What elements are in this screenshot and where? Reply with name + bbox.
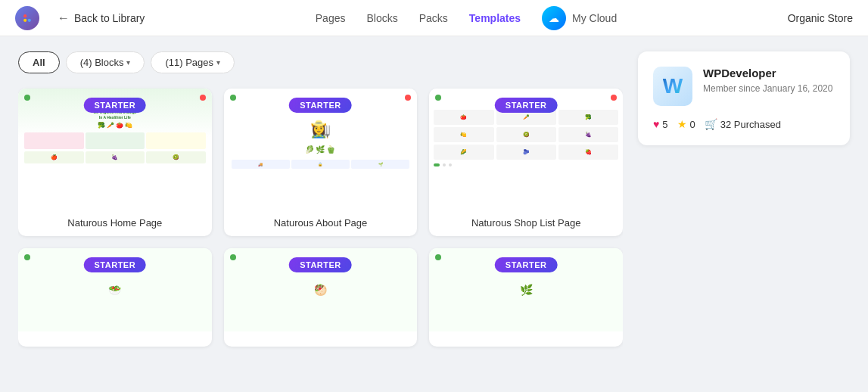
stat-stars: ★ 0 (677, 118, 695, 130)
starter-badge-1: STARTER (84, 98, 147, 113)
veggie-icon-1: 🥬 (305, 145, 314, 154)
card-image-1: STARTER Go Organic And IndulgeIn A Healt… (18, 89, 212, 210)
preview-bottom-row: 🍎 🍇 🥝 (24, 151, 206, 163)
template-card-4[interactable]: STARTER 🥗 (18, 248, 212, 347)
strip-pink (24, 132, 84, 149)
sidebar-author-card: W WPDeveloper Member since January 16, 2… (638, 51, 850, 145)
author-name: WPDeveloper (703, 67, 832, 79)
main-nav: Pages Blocks Packs Templates ☁ My Cloud (163, 6, 769, 30)
veggie-icon-2: 🌿 (316, 145, 325, 154)
page-dot-active (434, 163, 440, 166)
shop-item-8: 🫐 (496, 145, 556, 160)
template-card-6[interactable]: STARTER 🌿 (429, 248, 623, 347)
about-icon-box-3: 🌱 (351, 160, 409, 169)
page-dot-1 (443, 163, 446, 166)
author-since: Member since January 16, 2020 (703, 82, 832, 95)
filter-all-label: All (33, 57, 45, 68)
preview-icon-5: 🥙 (314, 284, 327, 296)
card-image-2: STARTER How We Rec... 👩‍🌾 🥬 🌿 🫑 🚚 (224, 89, 418, 210)
filter-pages-label: (11) Pages (165, 57, 213, 68)
shop-item-4: 🍋 (434, 127, 493, 142)
preview-item-2: 🍇 (86, 151, 145, 163)
cloud-icon: ☁ (542, 6, 566, 30)
card-dot-red-3 (611, 95, 617, 101)
starter-badge-2: STARTER (289, 98, 352, 113)
shop-row-3: 🌽 🫐 🍓 (434, 145, 618, 160)
starter-badge-5: STARTER (289, 257, 352, 272)
blocks-chevron-icon: ▾ (126, 58, 130, 67)
nav-pages[interactable]: Pages (316, 12, 346, 24)
starter-badge-3: STARTER (495, 98, 558, 113)
nav-templates[interactable]: Templates (469, 12, 521, 24)
shop-item-3: 🥦 (558, 110, 618, 125)
author-logo: W (653, 67, 692, 106)
about-icon-box-1: 🚚 (232, 160, 290, 169)
fruit-icon-4: 🍋 (125, 122, 132, 129)
filter-pages[interactable]: (11) Pages ▾ (151, 51, 235, 73)
back-to-library-link[interactable]: ← Back to Library (58, 11, 145, 25)
app-logo (15, 6, 39, 30)
template-grid: STARTER Go Organic And IndulgeIn A Healt… (18, 89, 623, 347)
nav-packs[interactable]: Packs (419, 12, 448, 24)
logo-dot-yellow (23, 18, 26, 21)
about-icons: 🥬 🌿 🫑 (305, 145, 335, 154)
my-cloud-label: My Cloud (572, 12, 617, 24)
starter-badge-6: STARTER (495, 257, 558, 272)
preview-icon-4: 🥗 (108, 284, 121, 296)
card-title-2: Naturous About Page (224, 210, 418, 236)
starter-badge-4: STARTER (84, 257, 147, 272)
header: ← Back to Library Pages Blocks Packs Tem… (0, 0, 868, 36)
nav-blocks[interactable]: Blocks (366, 12, 397, 24)
template-card-1[interactable]: STARTER Go Organic And IndulgeIn A Healt… (18, 89, 212, 236)
filter-all[interactable]: All (18, 51, 60, 73)
card-image-6: STARTER 🌿 (429, 248, 623, 331)
fruit-icon-2: 🥕 (107, 122, 114, 129)
about-preview-image: 👩‍🌾 (310, 120, 331, 139)
back-to-library-label: Back to Library (74, 12, 145, 24)
shop-row-2: 🍋 🥝 🍇 (434, 127, 618, 142)
content-area: All (4) Blocks ▾ (11) Pages ▾ STARTER (18, 51, 623, 377)
pagination (434, 163, 618, 166)
template-card-5[interactable]: STARTER 🥙 (224, 248, 418, 347)
card-image-5: STARTER 🥙 (224, 248, 418, 331)
card-dot-green-1 (24, 95, 30, 101)
star-icon: ★ (677, 118, 687, 130)
fruit-icon-3: 🍅 (116, 122, 123, 129)
preview-item-1: 🍎 (24, 151, 84, 163)
fruit-row: 🥦 🥕 🍅 🍋 (98, 122, 132, 129)
nav-my-cloud[interactable]: ☁ My Cloud (542, 6, 617, 30)
strip-green (86, 132, 145, 149)
page-dot-2 (449, 163, 452, 166)
stat-purchased: 🛒 32 Purchased (705, 118, 781, 130)
shop-item-6: 🍇 (558, 127, 618, 142)
heart-icon: ♥ (653, 118, 659, 130)
card-dot-red-1 (200, 95, 206, 101)
fruit-icon-1: 🥦 (98, 122, 105, 129)
logo-dot-blue (28, 18, 31, 21)
sidebar-header: W WPDeveloper Member since January 16, 2… (653, 67, 835, 106)
about-icon-box-2: 🔒 (291, 160, 350, 169)
veggie-icon-3: 🫑 (326, 145, 335, 154)
stat-likes: ♥ 5 (653, 118, 668, 130)
purchased-label: 32 Purchased (720, 119, 781, 130)
template-card-2[interactable]: STARTER How We Rec... 👩‍🌾 🥬 🌿 🫑 🚚 (224, 89, 418, 236)
author-info: WPDeveloper Member since January 16, 202… (703, 67, 832, 95)
filter-blocks-label: (4) Blocks (80, 57, 124, 68)
filter-blocks[interactable]: (4) Blocks ▾ (66, 51, 145, 73)
shop-item-7: 🌽 (434, 145, 493, 160)
preview-item-3: 🥝 (146, 151, 206, 163)
shop-item-9: 🍓 (558, 145, 618, 160)
card-dot-green-4 (24, 254, 30, 260)
card-title-1: Naturous Home Page (18, 210, 212, 236)
logo-dot-red (23, 14, 26, 17)
card-image-4: STARTER 🥗 (18, 248, 212, 331)
filter-bar: All (4) Blocks ▾ (11) Pages ▾ (18, 51, 623, 73)
pages-chevron-icon: ▾ (216, 58, 220, 67)
preview-icon-6: 🌿 (520, 284, 533, 296)
likes-count: 5 (662, 119, 667, 130)
card-dot-green-2 (230, 95, 236, 101)
shop-item-5: 🥝 (496, 127, 556, 142)
template-card-3[interactable]: STARTER 🍅 🥕 🥦 🍋 🥝 🍇 (429, 89, 623, 236)
logo-dot-empty (28, 14, 31, 17)
about-icons-row: 🚚 🔒 🌱 (232, 160, 410, 169)
